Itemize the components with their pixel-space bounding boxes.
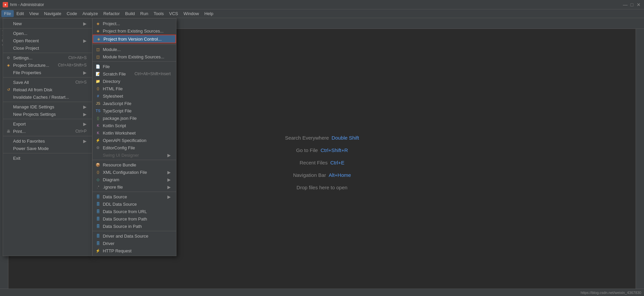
save-icon [6,80,11,85]
new-sep-5 [93,231,176,231]
recent-icon [6,38,11,43]
css-icon: # [95,93,101,99]
ignore-icon: .* [95,184,101,190]
menu-item-analyze[interactable]: Analyze [80,10,101,17]
new-from-vcs[interactable]: ◈ Project from Version Control... [93,35,176,43]
file-menu-new-projects[interactable]: New Projects Settings ▶ [3,110,92,118]
menu-item-help[interactable]: Help [202,10,216,17]
maximize-button[interactable]: □ [629,2,635,7]
new-datasource-path[interactable]: 🗄 Data Source from Path [93,215,176,223]
sep-1 [3,28,92,29]
new-ddl-datasource[interactable]: 🗄 DDL Data Source [93,200,176,208]
hint-label-1: Search Everywhere [285,135,329,141]
menu-item-window[interactable]: Window [181,10,202,17]
file-menu-export[interactable]: Export ▶ [3,120,92,128]
newproj-arrow: ▶ [83,112,87,117]
file-menu-print[interactable]: 🖶 Print... Ctrl+P [3,128,92,135]
kw-icon: K [95,130,101,136]
new-driver-datasource[interactable]: 🗄 Driver and Data Source [93,232,176,240]
new-editorconfig[interactable]: ⚙ EditorConfig File [93,144,176,151]
title-bar-left: ♦ hrm - Administrator [3,2,44,7]
settings-shortcut: Ctrl+Alt+S [62,55,87,60]
menu-item-tools[interactable]: Tools [151,10,166,17]
reload-icon: ↺ [6,87,11,92]
new-datasource[interactable]: 🗄 Data Source ▶ [93,193,176,200]
menu-item-navigate[interactable]: Navigate [41,10,64,17]
menu-item-file[interactable]: File [1,10,14,17]
menu-item-view[interactable]: View [26,10,41,17]
new-module[interactable]: ◫ Module... [93,46,176,53]
file-menu-close[interactable]: Close Project [3,44,92,52]
print-icon: 🖶 [6,129,11,134]
file-menu-new[interactable]: New ▶ [3,20,92,27]
new-kotlin-worksheet[interactable]: K Kotlin Worksheet [93,129,176,137]
recent-arrow: ▶ [83,38,87,43]
title-bar: ♦ hrm - Administrator — □ ✕ [0,0,644,9]
title-bar-controls[interactable]: — □ ✕ [623,2,641,7]
driver-icon: 🗄 [95,241,101,246]
ds-arrow: ▶ [167,194,171,199]
sep-6 [3,136,92,136]
file-menu-invalidate[interactable]: Invalidate Caches / Restart... [3,93,92,101]
file-menu-properties[interactable]: File Properties ▶ [3,69,92,76]
dsinpath-icon: 🗄 [95,224,101,229]
vcs-icon: ◈ [96,36,101,42]
xml-arrow: ▶ [167,170,171,175]
minimize-button[interactable]: — [623,2,628,7]
file-menu-manage-ide[interactable]: Manage IDE Settings ▶ [3,103,92,110]
menu-item-build[interactable]: Build [122,10,138,17]
diagram-arrow: ▶ [167,177,171,182]
new-http-request[interactable]: ⚡ HTTP Request [93,247,176,254]
file-menu-power-save[interactable]: Power Save Mode [3,145,92,152]
file-menu-save[interactable]: Save All Ctrl+S [3,79,92,86]
new-file[interactable]: 📄 File [93,63,176,70]
file-menu-project-structure[interactable]: ◈ Project Structure... Ctrl+Alt+Shift+S [3,61,92,69]
hint-label-3: Recent Files [300,160,327,165]
new-package-json[interactable]: {} package.json File [93,114,176,122]
file-menu-favorites[interactable]: Add to Favorites ▶ [3,137,92,145]
new-datasource-url[interactable]: 🗄 Data Source from URL [93,208,176,215]
new-directory[interactable]: 📁 Directory [93,78,176,85]
file-menu-exit[interactable]: Exit [3,154,92,162]
project-icon: ◈ [95,21,101,26]
new-scratch[interactable]: 📝 Scratch File Ctrl+Alt+Shift+Insert [93,70,176,78]
new-xml-config[interactable]: ⟨⟩ XML Configuration File ▶ [93,168,176,176]
new-sep-1 [93,44,176,45]
title-bar-title: hrm - Administrator [10,2,44,7]
right-strip [636,29,644,296]
menu-item-code[interactable]: Code [64,10,80,17]
file-menu-reload[interactable]: ↺ Reload All from Disk [3,86,92,93]
hint-key-2: Ctrl+Shift+R [321,147,348,153]
new-from-existing[interactable]: ◈ Project from Existing Sources... [93,27,176,35]
menu-item-vcs[interactable]: VCS [166,10,181,17]
new-sep-4 [93,192,176,192]
file-menu-settings[interactable]: ⚙ Settings... Ctrl+Alt+S [3,54,92,61]
rb-icon: 📦 [95,162,101,167]
menu-item-refactor[interactable]: Refactor [101,10,122,17]
menu-item-run[interactable]: Run [138,10,151,17]
new-ignore[interactable]: .* .ignore file ▶ [93,183,176,191]
hint-key-4: Alt+Home [329,172,351,178]
new-project[interactable]: ◈ Project... [93,20,176,27]
new-icon [6,21,11,26]
new-stylesheet[interactable]: # Stylesheet [93,92,176,100]
new-javascript[interactable]: JS JavaScript File [93,100,176,107]
new-datasource-in-path[interactable]: 🗄 Data Source in Path [93,223,176,230]
swing-arrow: ▶ [167,153,171,158]
dsurl-icon: 🗄 [95,209,101,214]
file-menu-open[interactable]: Open... [3,30,92,37]
new-typescript[interactable]: TS TypeScript File [93,107,176,114]
new-driver[interactable]: 🗄 Driver [93,240,176,247]
hint-recent-files: Recent Files Ctrl+E [300,160,344,165]
file-menu-recent[interactable]: Open Recent ▶ [3,37,92,44]
new-openapi[interactable]: ⚡ OpenAPI Specification [93,137,176,144]
new-resource-bundle[interactable]: 📦 Resource Bundle [93,161,176,168]
close-button[interactable]: ✕ [636,2,641,7]
new-diagram[interactable]: ◇ Diagram ▶ [93,176,176,183]
menu-item-edit[interactable]: Edit [14,10,26,17]
new-html[interactable]: ⟨⟩ HTML File [93,85,176,92]
new-module-existing[interactable]: ◫ Module from Existing Sources... [93,53,176,60]
kts-icon: K [95,123,101,128]
exit-icon [6,155,11,161]
new-kotlin-script[interactable]: K Kotlin Script [93,122,176,129]
